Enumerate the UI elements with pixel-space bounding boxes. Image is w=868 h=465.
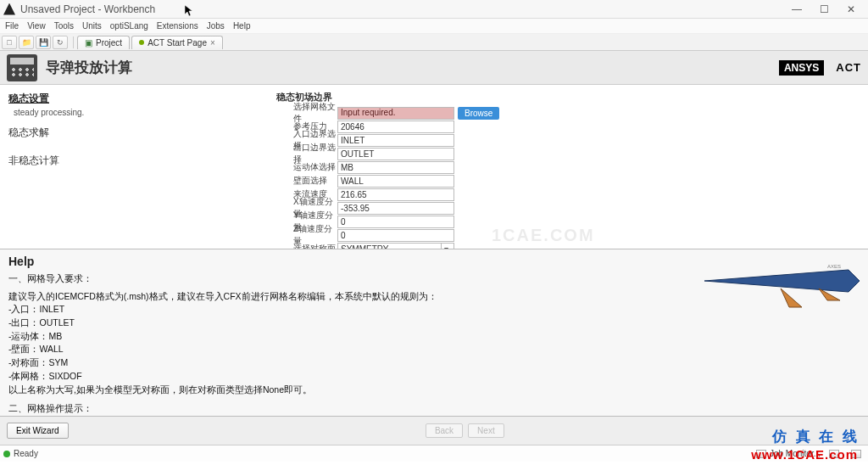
open-button[interactable]: 📁 xyxy=(19,36,34,49)
app-icon xyxy=(3,3,15,15)
window-titlebar: Unsaved Project - Workbench — ☐ ✕ xyxy=(0,0,868,19)
window-title: Unsaved Project - Workbench xyxy=(20,3,783,15)
label-symmetry: 选择对称面 xyxy=(276,243,337,249)
refresh-button[interactable]: ↻ xyxy=(53,36,68,49)
tab-act-label: ACT Start Page xyxy=(147,38,207,48)
window-close-button[interactable]: ✕ xyxy=(837,0,865,18)
input-yvel[interactable] xyxy=(337,216,454,228)
menu-units[interactable]: Units xyxy=(82,21,102,31)
close-icon[interactable]: × xyxy=(210,38,215,48)
input-moving-body[interactable] xyxy=(337,161,454,174)
job-monitor-icon[interactable] xyxy=(756,450,766,458)
wizard-sidebar: 稳态设置 steady processing. 稳态求解 非稳态计算 xyxy=(0,85,271,249)
menu-tools[interactable]: Tools xyxy=(54,21,74,31)
status-ready: Ready xyxy=(14,449,38,458)
group-steady-boundary: 稳态初场边界 xyxy=(276,88,863,106)
input-mesh-file[interactable]: Input required. xyxy=(337,107,454,120)
label-wall: 壁面选择 xyxy=(276,175,337,187)
window-minimize-button[interactable]: — xyxy=(783,0,810,18)
help-line: -运动体：MB xyxy=(8,330,860,343)
help-line: 二、网格操作提示： xyxy=(8,402,860,415)
page-title: 导弹投放计算 xyxy=(46,58,771,77)
input-freestream[interactable] xyxy=(337,188,454,201)
toolbar-separator xyxy=(73,36,74,48)
new-button[interactable]: □ xyxy=(2,36,17,49)
back-button[interactable]: Back xyxy=(426,423,463,438)
menu-jobs[interactable]: Jobs xyxy=(207,21,225,31)
act-label: ACT xyxy=(836,61,861,74)
toolbar: □ 📁 💾 ↻ ▣ Project ACT Start Page × xyxy=(0,34,868,51)
menu-optislang[interactable]: optiSLang xyxy=(110,21,148,31)
tab-project-label: Project xyxy=(96,38,122,48)
status-bar: Ready Job Monitor... xyxy=(0,445,868,462)
help-line: 一、网格导入要求： xyxy=(8,272,860,285)
exit-wizard-button[interactable]: Exit Wizard xyxy=(7,423,69,439)
menu-help[interactable]: Help xyxy=(233,21,251,31)
help-line: -对称面：SYM xyxy=(8,356,860,369)
input-zvel[interactable] xyxy=(337,229,454,242)
help-scroll-area[interactable]: Help 一、网格导入要求： 建议导入的ICEMCFD格式为(.msh)格式，建… xyxy=(0,249,868,416)
status-dot-icon xyxy=(3,451,10,457)
input-outlet[interactable] xyxy=(337,148,454,160)
input-wall[interactable] xyxy=(337,175,454,188)
menu-extensions[interactable]: Extensions xyxy=(157,21,198,31)
messages-icon[interactable] xyxy=(851,450,861,458)
status-job-monitor[interactable]: Job Monitor... xyxy=(770,449,821,458)
ansys-logo: ANSYS xyxy=(779,60,824,76)
input-xvel[interactable] xyxy=(337,202,454,215)
menu-view[interactable]: View xyxy=(27,21,46,31)
input-ref-pressure[interactable] xyxy=(337,120,454,133)
form-area: 稳态初场边界 选择网格文件 Input required. Browse 参考压… xyxy=(271,85,868,249)
help-title: Help xyxy=(8,255,860,272)
menu-file[interactable]: File xyxy=(5,21,19,31)
browse-button[interactable]: Browse xyxy=(458,107,499,120)
help-line: 以上名称为大写,如果为全模型无对称面，则在对称面类型选择None即可。 xyxy=(8,384,860,396)
help-line: 建议导入的ICEMCFD格式为(.msh)格式，建议在导入CFX前进行网格名称编… xyxy=(8,290,860,303)
save-button[interactable]: 💾 xyxy=(36,36,51,49)
page-header: 导弹投放计算 ANSYS ACT xyxy=(0,51,868,85)
window-maximize-button[interactable]: ☐ xyxy=(810,0,837,18)
progress-icon[interactable] xyxy=(829,450,839,458)
wizard-footer: Exit Wizard Back Next xyxy=(0,416,868,445)
act-icon xyxy=(139,40,144,45)
project-icon: ▣ xyxy=(85,38,92,48)
help-line: -出口：OUTLET xyxy=(8,317,860,329)
sidebar-steady-settings[interactable]: 稳态设置 xyxy=(8,90,262,108)
next-button[interactable]: Next xyxy=(468,423,504,438)
help-panel: AXES Help 一、网格导入要求： 建议导入的ICEMCFD格式为(.msh… xyxy=(0,249,868,416)
sidebar-steady-sub: steady processing. xyxy=(8,108,262,117)
help-line: -入口：INLET xyxy=(8,303,860,316)
help-line: -壁面：WALL xyxy=(8,343,860,356)
tab-project[interactable]: ▣ Project xyxy=(77,36,130,49)
help-line: -体网格：SIXDOF xyxy=(8,370,860,383)
menubar: File View Tools Units optiSLang Extensio… xyxy=(0,19,868,34)
select-symmetry[interactable]: SYMMETRY ▾ xyxy=(337,243,454,249)
label-moving-body: 运动体选择 xyxy=(276,161,337,173)
tab-act-start-page[interactable]: ACT Start Page × xyxy=(131,36,223,49)
calculator-icon xyxy=(7,54,37,81)
sidebar-unsteady[interactable]: 非稳态计算 xyxy=(8,150,262,171)
input-inlet[interactable] xyxy=(337,134,454,147)
sidebar-steady-solve[interactable]: 稳态求解 xyxy=(8,122,262,143)
main-content: 稳态设置 steady processing. 稳态求解 非稳态计算 稳态初场边… xyxy=(0,85,868,249)
